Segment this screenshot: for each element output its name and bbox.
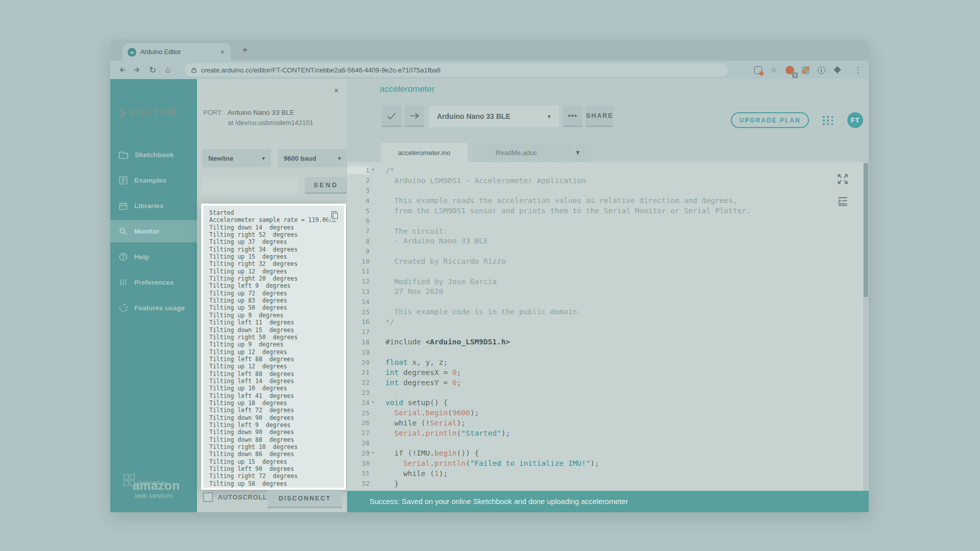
tab-readme-adoc[interactable]: ReadMe.adoc [472, 143, 560, 162]
grid-extension-icon[interactable] [800, 64, 811, 76]
sidebar-item-label: Libraries [134, 202, 163, 210]
send-button[interactable]: SEND [305, 177, 347, 194]
fullscreen-icon[interactable] [836, 172, 849, 186]
tabs-dropdown-button[interactable]: ▼ [565, 143, 591, 162]
sidebar-item-help[interactable]: Help [110, 245, 197, 268]
blocker-extension-icon[interactable]: 1 [784, 64, 795, 76]
sidebar-item-label: Preferences [134, 279, 174, 286]
port-info: PORT: Arduino Nano 33 BLE at /dev/cu.usb… [203, 109, 313, 127]
autoscroll-checkbox[interactable] [203, 492, 213, 502]
preferences-sliders-icon [118, 278, 128, 287]
serial-message-input[interactable] [202, 177, 298, 194]
help-icon [118, 252, 128, 262]
serial-console[interactable]: StartedAccelerometer sample rate = 119.0… [201, 204, 346, 490]
code-lines: 1▾/*2 Arduino LSM9DS1 - Accelerometer Ap… [347, 165, 869, 489]
chevron-down-icon: ▼ [337, 156, 342, 161]
status-message: Success: Saved on your online Sketchbook… [370, 497, 628, 506]
tab-accelerometer-ino[interactable]: accelerometer.ino [381, 143, 468, 162]
board-select[interactable]: Arduino Nano 33 BLE▼ [429, 106, 559, 127]
port-name: Arduino Nano 33 BLE [228, 109, 313, 116]
sidebar-item-libraries[interactable]: Libraries [110, 194, 197, 217]
port-label: PORT: [203, 109, 223, 127]
desktop: ∞ Arduino Editor × + ↻ ⌂ create.arduino.… [0, 0, 980, 551]
sidebar-item-label: Monitor [134, 228, 160, 235]
editor-toolbar: Arduino Nano 33 BLE▼ ••• SHARE UPGRADE P… [347, 106, 869, 128]
extension-badge: 1 [792, 72, 798, 78]
sidebar-item-monitor[interactable]: Monitor [110, 220, 197, 242]
sidebar-menu: Sketchbook Examples Libraries Monitor [110, 143, 197, 322]
sidebar: ❯EDITOR Sketchbook Examples Libraries [110, 79, 197, 512]
puzzle-extensions-icon[interactable] [831, 64, 843, 76]
share-button[interactable]: SHARE [586, 106, 614, 127]
new-tab-button[interactable]: + [238, 44, 252, 56]
browser-tab[interactable]: ∞ Arduino Editor × [122, 43, 231, 61]
back-icon[interactable] [114, 63, 130, 77]
line-ending-select[interactable]: Newline▼ [202, 149, 271, 167]
sidebar-item-preferences[interactable]: Preferences [110, 271, 197, 293]
upload-button[interactable] [405, 106, 424, 127]
aws-logo: powered by amazon web services [110, 474, 197, 499]
apps-grid-icon[interactable] [823, 116, 834, 125]
arduino-favicon: ∞ [128, 48, 136, 57]
file-tabs: accelerometer.ino ReadMe.adoc ▼ [347, 143, 869, 162]
editor-logo: ❯EDITOR [118, 107, 178, 118]
user-avatar[interactable]: FT [847, 112, 863, 128]
sidebar-item-examples[interactable]: Examples [110, 169, 197, 191]
sidebar-item-label: Help [134, 253, 149, 261]
baud-rate-select[interactable]: 9600 baud▼ [278, 149, 347, 167]
verify-button[interactable] [382, 106, 401, 127]
translate-icon[interactable] [752, 64, 764, 76]
logo-chevron-icon: ❯ [118, 108, 128, 117]
disconnect-button[interactable]: DISCONNECT [267, 490, 342, 508]
arduino-editor-app: ❯EDITOR Sketchbook Examples Libraries [110, 79, 869, 512]
check-icon [386, 112, 397, 120]
copy-icon [331, 211, 338, 219]
chevron-down-icon: ▼ [547, 114, 552, 119]
browser-menu-icon[interactable]: ⋮ [852, 64, 864, 76]
close-monitor-icon[interactable]: × [332, 86, 341, 95]
browser-tab-title: Arduino Editor [140, 48, 219, 56]
status-bar: Success: Saved on your online Sketchbook… [347, 491, 869, 512]
autoformat-icon[interactable] [836, 195, 849, 207]
libraries-icon [118, 201, 128, 211]
monitor-search-icon [118, 227, 128, 236]
editor-scrollbar[interactable] [863, 162, 869, 491]
sidebar-item-label: Sketchbook [135, 151, 174, 159]
editor-main: accelerometer Arduino Nano 33 BLE▼ ••• S… [347, 79, 869, 512]
sidebar-item-features-usage[interactable]: Features usage [110, 296, 197, 319]
bookmark-star-icon[interactable]: ☆ [768, 64, 779, 76]
serial-console-output: StartedAccelerometer sample rate = 119.0… [203, 206, 344, 487]
address-bar[interactable]: create.arduino.cc/editor/FT-CONTENT/cebb… [185, 63, 728, 77]
code-editor[interactable]: 1▾/*2 Arduino LSM9DS1 - Accelerometer Ap… [347, 162, 869, 491]
sidebar-item-label: Examples [134, 177, 166, 184]
reload-icon[interactable]: ↻ [145, 63, 160, 77]
lock-icon [191, 67, 197, 73]
port-path: at /dev/cu.usbmodem142101 [228, 119, 313, 127]
sidebar-item-sketchbook[interactable]: Sketchbook [110, 143, 197, 166]
examples-list-icon [118, 176, 128, 185]
browser-window: ∞ Arduino Editor × + ↻ ⌂ create.arduino.… [110, 39, 869, 512]
scrollbar-thumb[interactable] [864, 163, 868, 297]
sidebar-item-label: Features usage [134, 304, 185, 312]
arrow-right-icon [409, 112, 420, 120]
folder-icon [118, 150, 129, 159]
browser-action-icons: ☆ 1 i ⋮ [752, 61, 864, 79]
serial-monitor-panel: × PORT: Arduino Nano 33 BLE at /dev/cu.u… [197, 79, 347, 512]
browser-toolbar: ↻ ⌂ create.arduino.cc/editor/FT-CONTENT/… [110, 61, 869, 79]
autoscroll-label: AUTOSCROLL [218, 494, 267, 501]
sketch-title: accelerometer [380, 84, 435, 94]
tab-close-icon[interactable]: × [219, 48, 226, 56]
more-options-button[interactable]: ••• [563, 106, 582, 127]
home-icon[interactable]: ⌂ [160, 63, 176, 77]
browser-tab-strip: ∞ Arduino Editor × + [110, 39, 869, 61]
features-usage-icon [118, 303, 128, 313]
copy-output-button[interactable] [328, 209, 341, 221]
info-icon[interactable]: i [816, 64, 827, 76]
forward-icon[interactable] [130, 63, 145, 77]
chevron-down-icon: ▼ [261, 156, 266, 161]
url-text: create.arduino.cc/editor/FT-CONTENT/cebb… [201, 66, 440, 74]
upgrade-plan-button[interactable]: UPGRADE PLAN [731, 112, 809, 128]
